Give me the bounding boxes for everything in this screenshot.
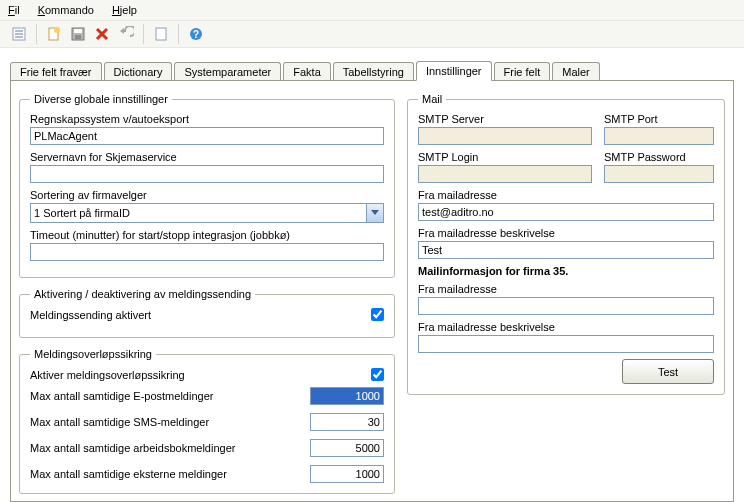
smtp-password-label: SMTP Password [604, 151, 714, 163]
help-icon[interactable]: ? [185, 23, 207, 45]
timeout-label: Timeout (minutter) for start/stopp integ… [30, 229, 384, 241]
tab-frie-felt[interactable]: Frie felt [494, 62, 551, 81]
new-icon[interactable] [43, 23, 65, 45]
fra-mailadresse-label: Fra mailadresse [418, 189, 714, 201]
mail-group: Mail SMTP Server SMTP Port [407, 93, 725, 395]
max-epost-input[interactable] [310, 387, 384, 405]
smtp-port-label: SMTP Port [604, 113, 714, 125]
svg-rect-12 [156, 28, 166, 40]
smtp-server-label: SMTP Server [418, 113, 592, 125]
aktivering-legend: Aktivering / deaktivering av meldingssen… [30, 288, 255, 300]
menu-file[interactable]: Fil [8, 4, 20, 16]
app-window: Fil Kommando Hjelp ? [0, 0, 744, 502]
sortering-select[interactable]: 1 Sortert på firmaID [30, 203, 384, 223]
max-eksterne-label: Max antall samtidige eksterne meldinger [30, 468, 227, 480]
fra-mailadresse2-label: Fra mailadresse [418, 283, 714, 295]
toolbar-separator [143, 24, 144, 44]
svg-marker-15 [371, 210, 379, 215]
max-sms-label: Max antall samtidige SMS-meldinger [30, 416, 209, 428]
meldingsoverlop-legend: Meldingsoverløpssikring [30, 348, 156, 360]
regnskapssystem-label: Regnskapssystem v/autoeksport [30, 113, 384, 125]
toolbar-separator [36, 24, 37, 44]
fra-mail-beskrivelse2-input[interactable] [418, 335, 714, 353]
aktiver-overlop-checkbox[interactable] [371, 368, 384, 381]
aktiver-overlop-label: Aktiver meldingsoverløpssikring [30, 369, 185, 381]
aktivering-group: Aktivering / deaktivering av meldingssen… [19, 288, 395, 338]
fra-mailadresse-input[interactable] [418, 203, 714, 221]
left-column: Diverse globale innstillinger Regnskapss… [19, 93, 395, 493]
svg-rect-7 [74, 29, 82, 33]
svg-rect-8 [75, 35, 81, 39]
fra-mail-beskrivelse-label: Fra mailadresse beskrivelse [418, 227, 714, 239]
timeout-input[interactable] [30, 243, 384, 261]
mail-legend: Mail [418, 93, 446, 105]
chevron-down-icon [366, 204, 383, 222]
mailinfo-firma-heading: Mailinformasjon for firma 35. [418, 265, 714, 277]
fra-mail-beskrivelse2-label: Fra mailadresse beskrivelse [418, 321, 714, 333]
tabs: Frie felt fravær Dictionary Systemparame… [10, 58, 734, 502]
toolbar-separator [178, 24, 179, 44]
meldingsoverlop-group: Meldingsoverløpssikring Aktiver meldings… [19, 348, 395, 494]
test-button[interactable]: Test [622, 359, 714, 384]
svg-marker-11 [120, 28, 124, 34]
servernavn-label: Servernavn for Skjemaservice [30, 151, 384, 163]
smtp-password-input[interactable] [604, 165, 714, 183]
diverse-globale-group: Diverse globale innstillinger Regnskapss… [19, 93, 395, 278]
undo-icon[interactable] [115, 23, 137, 45]
meldingssending-aktivert-label: Meldingssending aktivert [30, 309, 151, 321]
properties-icon[interactable] [8, 23, 30, 45]
fra-mailadresse2-input[interactable] [418, 297, 714, 315]
menu-hjelp[interactable]: Hjelp [112, 4, 137, 16]
toolbar: ? [0, 20, 744, 48]
smtp-login-label: SMTP Login [418, 151, 592, 163]
tab-fakta[interactable]: Fakta [283, 62, 331, 81]
sortering-select-value: 1 Sortert på firmaID [34, 207, 130, 219]
tab-systemparameter[interactable]: Systemparameter [174, 62, 281, 81]
tabpanel-innstillinger: Diverse globale innstillinger Regnskapss… [10, 80, 734, 502]
delete-icon[interactable] [91, 23, 113, 45]
page-icon[interactable] [150, 23, 172, 45]
sortering-label: Sortering av firmavelger [30, 189, 384, 201]
menubar: Fil Kommando Hjelp [0, 0, 744, 20]
servernavn-input[interactable] [30, 165, 384, 183]
smtp-server-input[interactable] [418, 127, 592, 145]
tab-innstillinger[interactable]: Innstillinger [416, 61, 492, 81]
max-epost-label: Max antall samtidige E-postmeldinger [30, 390, 213, 402]
right-column: Mail SMTP Server SMTP Port [407, 93, 725, 493]
fra-mail-beskrivelse-input[interactable] [418, 241, 714, 259]
max-arbeidsbok-input[interactable] [310, 439, 384, 457]
regnskapssystem-input[interactable] [30, 127, 384, 145]
tab-dictionary[interactable]: Dictionary [104, 62, 173, 81]
tab-frie-felt-fravaer[interactable]: Frie felt fravær [10, 62, 102, 81]
tab-maler[interactable]: Maler [552, 62, 600, 81]
smtp-port-input[interactable] [604, 127, 714, 145]
content-area: Frie felt fravær Dictionary Systemparame… [0, 48, 744, 502]
max-arbeidsbok-label: Max antall samtidige arbeidsbokmeldinger [30, 442, 235, 454]
test-button-label: Test [658, 366, 678, 378]
max-eksterne-input[interactable] [310, 465, 384, 483]
svg-text:?: ? [193, 29, 199, 40]
svg-point-5 [54, 27, 60, 33]
smtp-login-input[interactable] [418, 165, 592, 183]
save-icon[interactable] [67, 23, 89, 45]
tab-tabellstyring[interactable]: Tabellstyring [333, 62, 414, 81]
diverse-globale-legend: Diverse globale innstillinger [30, 93, 172, 105]
tabstrip: Frie felt fravær Dictionary Systemparame… [10, 58, 734, 80]
max-sms-input[interactable] [310, 413, 384, 431]
menu-kommando[interactable]: Kommando [38, 4, 94, 16]
meldingssending-aktivert-checkbox[interactable] [371, 308, 384, 321]
